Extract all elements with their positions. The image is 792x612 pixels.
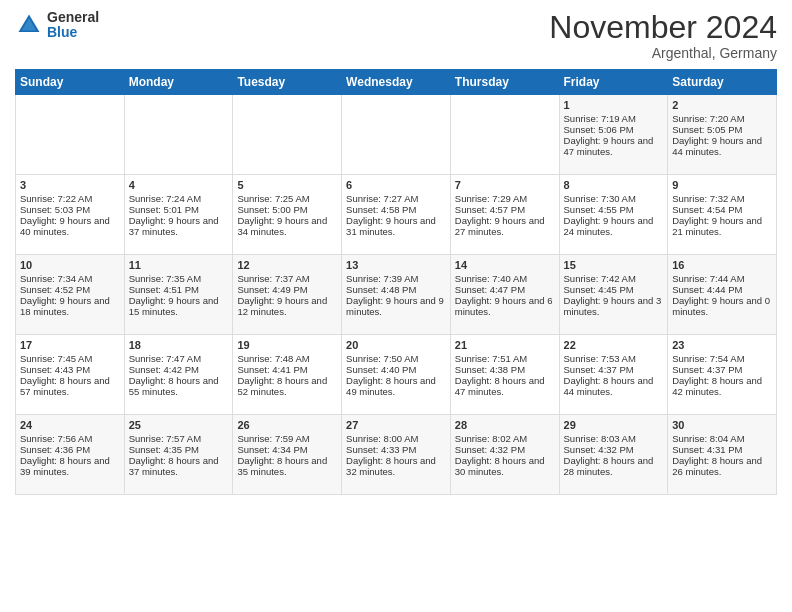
day-info-line: Sunset: 4:54 PM	[672, 204, 772, 215]
day-number: 16	[672, 259, 772, 271]
calendar-cell	[233, 95, 342, 175]
day-info-line: Sunrise: 7:45 AM	[20, 353, 120, 364]
calendar-cell: 26Sunrise: 7:59 AMSunset: 4:34 PMDayligh…	[233, 415, 342, 495]
day-info-line: Daylight: 9 hours and 12 minutes.	[237, 295, 337, 317]
day-info-line: Daylight: 9 hours and 0 minutes.	[672, 295, 772, 317]
day-number: 18	[129, 339, 229, 351]
day-info-line: Sunset: 4:35 PM	[129, 444, 229, 455]
day-info-line: Daylight: 9 hours and 37 minutes.	[129, 215, 229, 237]
logo-icon	[15, 11, 43, 39]
day-info-line: Daylight: 8 hours and 49 minutes.	[346, 375, 446, 397]
day-info-line: Sunset: 5:06 PM	[564, 124, 664, 135]
day-info-line: Sunset: 4:45 PM	[564, 284, 664, 295]
calendar-cell: 7Sunrise: 7:29 AMSunset: 4:57 PMDaylight…	[450, 175, 559, 255]
day-number: 27	[346, 419, 446, 431]
calendar-header-row: Sunday Monday Tuesday Wednesday Thursday…	[16, 70, 777, 95]
day-info-line: Sunrise: 7:34 AM	[20, 273, 120, 284]
day-info-line: Daylight: 9 hours and 18 minutes.	[20, 295, 120, 317]
day-info-line: Daylight: 8 hours and 55 minutes.	[129, 375, 229, 397]
calendar-cell: 16Sunrise: 7:44 AMSunset: 4:44 PMDayligh…	[668, 255, 777, 335]
day-info-line: Daylight: 8 hours and 57 minutes.	[20, 375, 120, 397]
day-number: 17	[20, 339, 120, 351]
day-number: 24	[20, 419, 120, 431]
page-header: General Blue November 2024 Argenthal, Ge…	[15, 10, 777, 61]
day-info-line: Sunset: 4:51 PM	[129, 284, 229, 295]
day-info-line: Sunrise: 7:24 AM	[129, 193, 229, 204]
day-info-line: Sunset: 4:32 PM	[564, 444, 664, 455]
day-number: 8	[564, 179, 664, 191]
day-info-line: Sunset: 4:48 PM	[346, 284, 446, 295]
day-info-line: Sunrise: 7:19 AM	[564, 113, 664, 124]
day-number: 25	[129, 419, 229, 431]
day-number: 3	[20, 179, 120, 191]
day-info-line: Sunset: 4:31 PM	[672, 444, 772, 455]
calendar-cell: 29Sunrise: 8:03 AMSunset: 4:32 PMDayligh…	[559, 415, 668, 495]
day-info-line: Sunrise: 7:29 AM	[455, 193, 555, 204]
location-subtitle: Argenthal, Germany	[549, 45, 777, 61]
day-info-line: Sunrise: 8:04 AM	[672, 433, 772, 444]
calendar-cell: 22Sunrise: 7:53 AMSunset: 4:37 PMDayligh…	[559, 335, 668, 415]
calendar-cell: 17Sunrise: 7:45 AMSunset: 4:43 PMDayligh…	[16, 335, 125, 415]
calendar-cell: 5Sunrise: 7:25 AMSunset: 5:00 PMDaylight…	[233, 175, 342, 255]
calendar-cell: 13Sunrise: 7:39 AMSunset: 4:48 PMDayligh…	[342, 255, 451, 335]
day-info-line: Daylight: 8 hours and 30 minutes.	[455, 455, 555, 477]
day-info-line: Sunset: 4:47 PM	[455, 284, 555, 295]
calendar-cell	[342, 95, 451, 175]
day-info-line: Sunrise: 7:35 AM	[129, 273, 229, 284]
calendar-cell	[124, 95, 233, 175]
day-number: 6	[346, 179, 446, 191]
day-number: 10	[20, 259, 120, 271]
day-info-line: Sunrise: 7:44 AM	[672, 273, 772, 284]
calendar-cell: 6Sunrise: 7:27 AMSunset: 4:58 PMDaylight…	[342, 175, 451, 255]
col-monday: Monday	[124, 70, 233, 95]
day-info-line: Sunset: 4:40 PM	[346, 364, 446, 375]
col-sunday: Sunday	[16, 70, 125, 95]
day-number: 9	[672, 179, 772, 191]
day-info-line: Sunset: 4:44 PM	[672, 284, 772, 295]
day-info-line: Sunrise: 8:03 AM	[564, 433, 664, 444]
month-title: November 2024	[549, 10, 777, 45]
col-thursday: Thursday	[450, 70, 559, 95]
day-info-line: Sunset: 4:34 PM	[237, 444, 337, 455]
day-info-line: Sunrise: 7:32 AM	[672, 193, 772, 204]
page-container: General Blue November 2024 Argenthal, Ge…	[0, 0, 792, 505]
day-number: 21	[455, 339, 555, 351]
calendar-cell	[450, 95, 559, 175]
calendar-cell: 4Sunrise: 7:24 AMSunset: 5:01 PMDaylight…	[124, 175, 233, 255]
title-block: November 2024 Argenthal, Germany	[549, 10, 777, 61]
day-info-line: Daylight: 8 hours and 39 minutes.	[20, 455, 120, 477]
day-info-line: Sunrise: 7:20 AM	[672, 113, 772, 124]
day-info-line: Sunset: 4:41 PM	[237, 364, 337, 375]
day-info-line: Daylight: 9 hours and 6 minutes.	[455, 295, 555, 317]
day-info-line: Daylight: 8 hours and 26 minutes.	[672, 455, 772, 477]
day-info-line: Sunset: 4:37 PM	[564, 364, 664, 375]
day-info-line: Sunset: 4:52 PM	[20, 284, 120, 295]
day-number: 7	[455, 179, 555, 191]
calendar-cell: 21Sunrise: 7:51 AMSunset: 4:38 PMDayligh…	[450, 335, 559, 415]
col-wednesday: Wednesday	[342, 70, 451, 95]
day-number: 30	[672, 419, 772, 431]
day-info-line: Sunset: 4:49 PM	[237, 284, 337, 295]
calendar-table: Sunday Monday Tuesday Wednesday Thursday…	[15, 69, 777, 495]
day-info-line: Daylight: 9 hours and 40 minutes.	[20, 215, 120, 237]
day-info-line: Daylight: 9 hours and 44 minutes.	[672, 135, 772, 157]
day-info-line: Daylight: 8 hours and 44 minutes.	[564, 375, 664, 397]
day-info-line: Sunset: 5:01 PM	[129, 204, 229, 215]
day-info-line: Daylight: 8 hours and 37 minutes.	[129, 455, 229, 477]
day-info-line: Sunset: 4:38 PM	[455, 364, 555, 375]
logo: General Blue	[15, 10, 99, 41]
calendar-week-2: 3Sunrise: 7:22 AMSunset: 5:03 PMDaylight…	[16, 175, 777, 255]
calendar-cell: 11Sunrise: 7:35 AMSunset: 4:51 PMDayligh…	[124, 255, 233, 335]
day-info-line: Sunrise: 7:42 AM	[564, 273, 664, 284]
calendar-cell: 2Sunrise: 7:20 AMSunset: 5:05 PMDaylight…	[668, 95, 777, 175]
day-info-line: Sunrise: 7:57 AM	[129, 433, 229, 444]
day-info-line: Sunset: 5:05 PM	[672, 124, 772, 135]
logo-blue-text: Blue	[47, 25, 99, 40]
day-info-line: Sunrise: 7:37 AM	[237, 273, 337, 284]
calendar-cell: 10Sunrise: 7:34 AMSunset: 4:52 PMDayligh…	[16, 255, 125, 335]
day-info-line: Daylight: 9 hours and 31 minutes.	[346, 215, 446, 237]
calendar-cell: 19Sunrise: 7:48 AMSunset: 4:41 PMDayligh…	[233, 335, 342, 415]
day-info-line: Daylight: 9 hours and 47 minutes.	[564, 135, 664, 157]
day-info-line: Sunrise: 7:51 AM	[455, 353, 555, 364]
day-info-line: Daylight: 8 hours and 42 minutes.	[672, 375, 772, 397]
